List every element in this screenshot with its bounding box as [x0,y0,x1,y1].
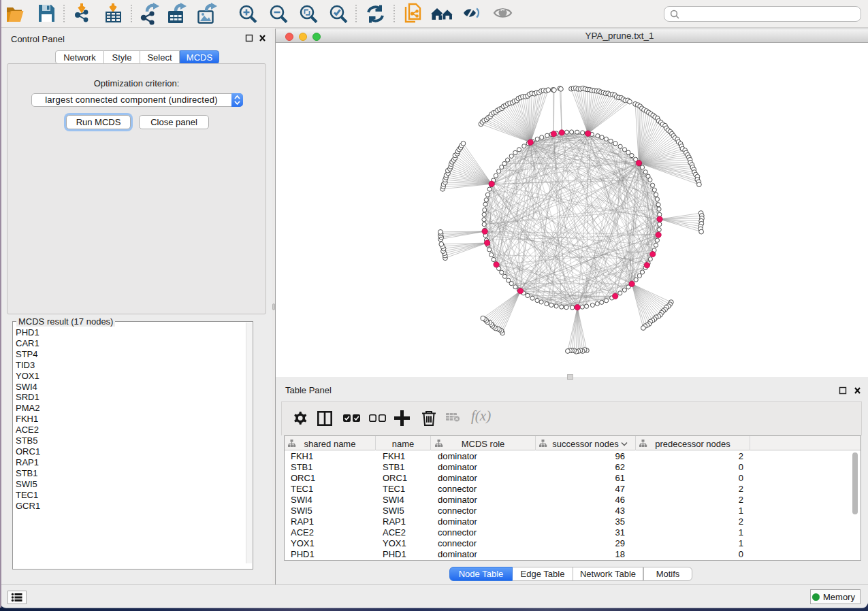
svg-text:f(x): f(x) [471,408,491,424]
